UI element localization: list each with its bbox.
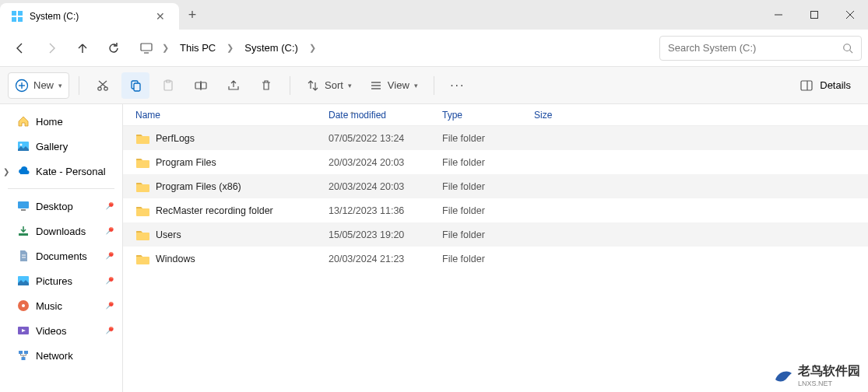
sidebar-downloads[interactable]: Downloads📍: [0, 219, 122, 243]
breadcrumb-system-c[interactable]: System (C:): [238, 39, 304, 57]
forward-button[interactable]: [37, 34, 65, 62]
expand-icon[interactable]: ❯: [3, 167, 9, 176]
view-label: View: [388, 79, 409, 91]
scissors-icon: [96, 79, 110, 93]
table-row[interactable]: RecMaster recording folder13/12/2023 11:…: [123, 198, 868, 222]
chevron-right-icon[interactable]: ❯: [159, 43, 172, 53]
separator: [290, 76, 290, 95]
gallery-icon: [17, 140, 30, 152]
sidebar-videos[interactable]: Videos📍: [0, 318, 122, 343]
maximize-button[interactable]: [796, 0, 832, 30]
sidebar-desktop[interactable]: Desktop📍: [0, 194, 122, 219]
tab-title: System (C:): [30, 11, 146, 22]
search-input[interactable]: [668, 42, 842, 54]
cell-type: File folder: [442, 181, 534, 192]
sort-icon: [306, 79, 320, 93]
svg-point-40: [22, 304, 25, 307]
svg-point-32: [20, 144, 23, 146]
table-row[interactable]: Users15/05/2023 19:20File folder: [123, 222, 868, 247]
pictures-icon: [17, 275, 30, 287]
toolbar: New ▾ Sort ▾ View ▾ ··· Details: [0, 67, 868, 104]
close-tab-icon[interactable]: ✕: [153, 10, 168, 23]
cell-type: File folder: [442, 254, 534, 264]
rows-container: PerfLogs07/05/2022 13:24File folderProgr…: [123, 126, 868, 271]
col-type[interactable]: Type: [442, 110, 534, 121]
delete-button[interactable]: [252, 72, 280, 99]
sidebar-home[interactable]: Home: [0, 109, 122, 134]
col-size[interactable]: Size: [534, 110, 596, 121]
clipboard-icon: [161, 79, 175, 93]
breadcrumb[interactable]: ❯ This PC ❯ System (C:) ❯: [131, 35, 650, 61]
new-button[interactable]: New ▾: [8, 72, 69, 99]
back-button[interactable]: [6, 34, 34, 62]
details-label: Details: [820, 79, 851, 91]
cut-button[interactable]: [89, 72, 117, 99]
new-label: New: [33, 79, 54, 91]
list-icon: [369, 79, 383, 93]
svg-rect-3: [18, 17, 23, 22]
tab-icon: [11, 10, 23, 23]
cell-date: 20/03/2024 20:03: [329, 181, 442, 192]
svg-line-11: [850, 50, 853, 53]
pin-icon: 📍: [101, 223, 116, 238]
divider: [8, 188, 114, 189]
rename-button[interactable]: [187, 72, 215, 99]
pin-icon: 📍: [101, 198, 116, 213]
chevron-right-icon[interactable]: ❯: [223, 43, 237, 53]
up-button[interactable]: [69, 34, 97, 62]
svg-rect-42: [19, 351, 23, 354]
paste-button[interactable]: [154, 72, 182, 99]
view-button[interactable]: View ▾: [363, 72, 424, 99]
pc-icon[interactable]: [135, 34, 157, 62]
sidebar-label: Gallery: [36, 141, 68, 152]
sidebar-network[interactable]: Network: [0, 343, 122, 368]
search-box[interactable]: [659, 36, 862, 61]
table-row[interactable]: Program Files (x86)20/03/2024 20:03File …: [123, 174, 868, 198]
music-icon: [17, 299, 30, 312]
col-date[interactable]: Date modified: [329, 110, 442, 121]
sort-indicator-icon: ⌃: [349, 110, 355, 119]
copy-button[interactable]: [121, 72, 149, 99]
content: Home Gallery ❯ Kate - Personal Desktop📍 …: [0, 104, 868, 392]
new-tab-button[interactable]: +: [179, 7, 206, 23]
chevron-right-icon[interactable]: ❯: [306, 43, 319, 53]
details-icon: [799, 79, 814, 93]
svg-rect-33: [18, 201, 29, 208]
sidebar-onedrive[interactable]: ❯ Kate - Personal: [0, 159, 122, 184]
sort-button[interactable]: Sort ▾: [300, 72, 358, 99]
breadcrumb-this-pc[interactable]: This PC: [174, 39, 222, 57]
svg-point-15: [98, 86, 101, 89]
home-icon: [17, 115, 30, 128]
sidebar-pictures[interactable]: Pictures📍: [0, 268, 122, 293]
plus-circle-icon: [15, 79, 29, 93]
cell-name: Users: [135, 229, 329, 240]
share-button[interactable]: [220, 72, 248, 99]
file-list: Name ⌃ Date modified Type Size PerfLogs0…: [123, 104, 868, 392]
sidebar-label: Home: [36, 116, 63, 128]
table-row[interactable]: Windows20/03/2024 21:23File folder: [123, 247, 868, 271]
desktop-icon: [17, 200, 30, 212]
sidebar-documents[interactable]: Documents📍: [0, 243, 122, 268]
network-icon: [17, 349, 30, 362]
svg-rect-34: [21, 209, 26, 211]
details-button[interactable]: Details: [790, 79, 860, 93]
sidebar-music[interactable]: Music📍: [0, 293, 122, 318]
sidebar-label: Desktop: [36, 201, 73, 212]
more-button[interactable]: ···: [444, 72, 472, 99]
table-row[interactable]: PerfLogs07/05/2022 13:24File folder: [123, 126, 868, 150]
chevron-down-icon: ▾: [348, 82, 352, 89]
col-name[interactable]: Name: [135, 110, 329, 121]
refresh-button[interactable]: [100, 34, 128, 62]
svg-rect-20: [134, 83, 140, 91]
svg-rect-35: [19, 233, 28, 236]
watermark: 老鸟软件园 LNXS.NET: [773, 363, 860, 387]
window-tab[interactable]: System (C:) ✕: [0, 3, 179, 30]
svg-line-18: [100, 81, 107, 87]
chevron-down-icon: ▾: [414, 82, 418, 89]
close-window-button[interactable]: [832, 0, 868, 30]
minimize-button[interactable]: [761, 0, 796, 30]
sidebar-gallery[interactable]: Gallery: [0, 134, 122, 159]
separator: [79, 76, 79, 95]
table-row[interactable]: Program Files20/03/2024 20:03File folder: [123, 150, 868, 174]
cell-date: 20/03/2024 21:23: [329, 254, 442, 264]
